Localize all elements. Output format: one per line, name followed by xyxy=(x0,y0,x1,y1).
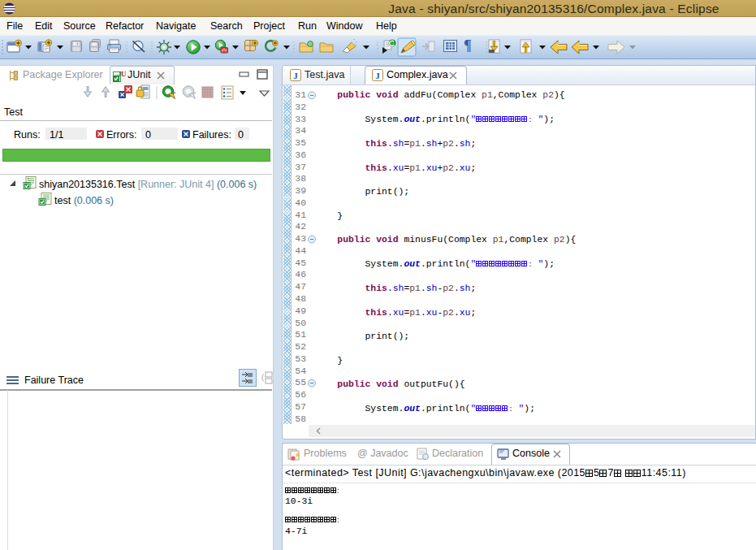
svg-text:U: U xyxy=(121,70,126,78)
svg-text:J: J xyxy=(375,71,380,80)
svg-text:J: J xyxy=(293,71,298,80)
svg-text:¶: ¶ xyxy=(464,37,472,54)
